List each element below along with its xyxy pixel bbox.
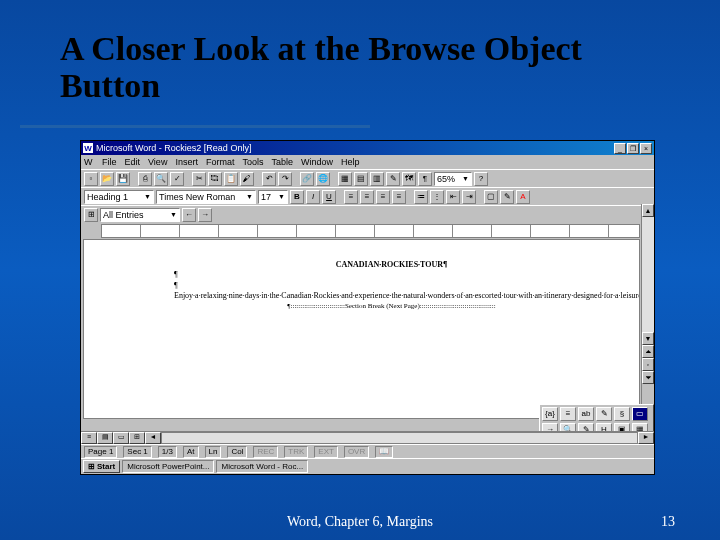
status-book-icon[interactable]: 📖	[375, 446, 393, 458]
statusbar: Page 1 Sec 1 1/3 At Ln Col REC TRK EXT O…	[81, 444, 654, 458]
undo-icon[interactable]: ↶	[262, 172, 276, 186]
browse-page-icon[interactable]: ▭	[632, 407, 648, 421]
outdent-icon[interactable]: ⇤	[446, 190, 460, 204]
online-view-icon[interactable]: ▤	[97, 432, 113, 444]
outline-view-icon[interactable]: ⊞	[129, 432, 145, 444]
close-button[interactable]: ×	[640, 143, 652, 154]
browse-footnote-icon[interactable]: ab	[578, 407, 594, 421]
status-ovr: OVR	[344, 446, 369, 458]
italic-icon[interactable]: I	[306, 190, 320, 204]
spell-icon[interactable]: ✓	[170, 172, 184, 186]
font-color-icon[interactable]: A	[516, 190, 530, 204]
numbered-list-icon[interactable]: ≔	[414, 190, 428, 204]
menubar: W File Edit View Insert Format Tools Tab…	[81, 155, 654, 169]
highlight-icon[interactable]: ✎	[500, 190, 514, 204]
outline-level-combo[interactable]: All Entries▼	[100, 208, 180, 222]
demote-icon[interactable]: →	[198, 208, 212, 222]
redo-icon[interactable]: ↷	[278, 172, 292, 186]
status-col: Col	[227, 446, 247, 458]
doc-icon: W	[84, 157, 94, 167]
status-pages: 1/3	[158, 446, 177, 458]
menu-view[interactable]: View	[148, 157, 167, 167]
browse-field-icon[interactable]: {a}	[542, 407, 558, 421]
align-right-icon[interactable]: ≡	[376, 190, 390, 204]
bold-icon[interactable]: B	[290, 190, 304, 204]
browse-comment-icon[interactable]: ✎	[596, 407, 612, 421]
section-break: ::::::::::::::::::::::::::::Section Brea…	[174, 302, 609, 311]
justify-icon[interactable]: ≡	[392, 190, 406, 204]
menu-file[interactable]: File	[102, 157, 117, 167]
browse-endnote-icon[interactable]: ≡	[560, 407, 576, 421]
menu-window[interactable]: Window	[301, 157, 333, 167]
align-left-icon[interactable]: ≡	[344, 190, 358, 204]
status-ext: EXT	[314, 446, 338, 458]
menu-table[interactable]: Table	[271, 157, 293, 167]
paste-icon[interactable]: 📋	[224, 172, 238, 186]
next-page-icon[interactable]: ⏷	[642, 371, 654, 384]
start-button[interactable]: ⊞Start	[83, 460, 120, 473]
font-combo[interactable]: Times New Roman▼	[156, 190, 256, 204]
footer-page-number: 13	[661, 514, 675, 530]
table-icon[interactable]: ▦	[338, 172, 352, 186]
word-app-window: W Microsoft Word - Rockies2 [Read Only] …	[80, 140, 655, 475]
body-paragraph: Enjoy·a·relaxing·nine·days·in·the·Canadi…	[174, 291, 609, 301]
underline-icon[interactable]: U	[322, 190, 336, 204]
taskbar: ⊞Start Microsoft PowerPoint... Microsoft…	[81, 458, 654, 474]
bullet-list-icon[interactable]: ⋮	[430, 190, 444, 204]
excel-icon[interactable]: ▤	[354, 172, 368, 186]
formatting-toolbar: Heading 1▼ Times New Roman▼ 17▼ B I U ≡ …	[81, 187, 654, 205]
map-icon[interactable]: 🗺	[402, 172, 416, 186]
normal-view-icon[interactable]: ≡	[81, 432, 97, 444]
cut-icon[interactable]: ✂	[192, 172, 206, 186]
titlebar: W Microsoft Word - Rockies2 [Read Only] …	[81, 141, 654, 155]
browse-object-button[interactable]: ◦	[642, 358, 654, 371]
horizontal-scrollbar[interactable]: ≡ ▤ ▭ ⊞ ◄ ►	[81, 431, 654, 444]
promote-icon[interactable]: ←	[182, 208, 196, 222]
menu-edit[interactable]: Edit	[125, 157, 141, 167]
status-at: At	[183, 446, 199, 458]
copy-icon[interactable]: ⿻	[208, 172, 222, 186]
scroll-down-icon[interactable]: ▼	[642, 332, 654, 345]
taskbar-powerpoint[interactable]: Microsoft PowerPoint...	[122, 460, 214, 473]
maximize-button[interactable]: ❐	[627, 143, 639, 154]
web-icon[interactable]: 🌐	[316, 172, 330, 186]
help-icon[interactable]: ?	[474, 172, 488, 186]
menu-help[interactable]: Help	[341, 157, 360, 167]
drawing-icon[interactable]: ✎	[386, 172, 400, 186]
horizontal-ruler[interactable]	[101, 224, 640, 238]
new-icon[interactable]: ▫	[84, 172, 98, 186]
style-combo[interactable]: Heading 1▼	[84, 190, 154, 204]
document-area[interactable]: CANADIAN·ROCKIES·TOUR Enjoy·a·relaxing·n…	[83, 239, 640, 419]
scroll-up-icon[interactable]: ▲	[642, 204, 654, 217]
preview-icon[interactable]: 🔍	[154, 172, 168, 186]
open-icon[interactable]: 📂	[100, 172, 114, 186]
menu-format[interactable]: Format	[206, 157, 235, 167]
scroll-right-icon[interactable]: ►	[638, 432, 654, 444]
columns-icon[interactable]: ▥	[370, 172, 384, 186]
titlebar-text: Microsoft Word - Rockies2 [Read Only]	[96, 143, 251, 153]
previous-page-icon[interactable]: ⏶	[642, 345, 654, 358]
align-center-icon[interactable]: ≡	[360, 190, 374, 204]
slide-footer: Word, Chapter 6, Margins 13	[0, 514, 720, 530]
menu-tools[interactable]: Tools	[242, 157, 263, 167]
print-icon[interactable]: ⎙	[138, 172, 152, 186]
vertical-scrollbar[interactable]: ▲ ▼ ⏶ ◦ ⏷	[641, 204, 654, 422]
standard-toolbar: ▫ 📂 💾 ⎙ 🔍 ✓ ✂ ⿻ 📋 🖌 ↶ ↷ 🔗 🌐 ▦ ▤ ▥ ✎ 🗺 ¶ …	[81, 169, 654, 187]
minimize-button[interactable]: _	[614, 143, 626, 154]
browse-section-icon[interactable]: §	[614, 407, 630, 421]
slide-title: A Closer Look at the Browse Object Butto…	[0, 0, 720, 115]
indent-icon[interactable]: ⇥	[462, 190, 476, 204]
menu-insert[interactable]: Insert	[175, 157, 198, 167]
show-hide-icon[interactable]: ¶	[418, 172, 432, 186]
empty-para	[174, 270, 609, 280]
page-view-icon[interactable]: ▭	[113, 432, 129, 444]
borders-icon[interactable]: ▢	[484, 190, 498, 204]
size-combo[interactable]: 17▼	[258, 190, 288, 204]
scroll-left-icon[interactable]: ◄	[145, 432, 161, 444]
link-icon[interactable]: 🔗	[300, 172, 314, 186]
outline-btn-icon[interactable]: ⊞	[84, 208, 98, 222]
zoom-combo[interactable]: 65%▼	[434, 172, 472, 186]
taskbar-word[interactable]: Microsoft Word - Roc...	[216, 460, 308, 473]
save-icon[interactable]: 💾	[116, 172, 130, 186]
format-painter-icon[interactable]: 🖌	[240, 172, 254, 186]
